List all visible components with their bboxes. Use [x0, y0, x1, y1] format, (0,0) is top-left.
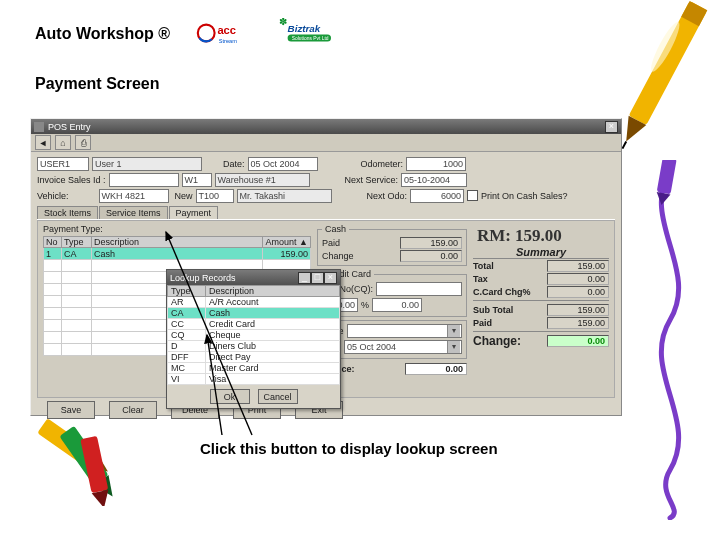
cash-change-field: 0.00 [400, 250, 462, 262]
lookup-row[interactable]: VIVisa [168, 374, 340, 385]
lookup-col-type[interactable]: Type [168, 286, 206, 297]
lookup-minimize-icon[interactable]: _ [298, 272, 311, 284]
lookup-row[interactable]: CACash [168, 308, 340, 319]
toolbar-print-icon[interactable]: ⎙ [75, 135, 91, 150]
lookup-row[interactable]: ARA/R Account [168, 297, 340, 308]
cell-amount: 159.00 [263, 248, 311, 260]
toolbar-house-icon[interactable]: ⌂ [55, 135, 71, 150]
percent-label: % [361, 300, 369, 310]
accstream-logo: accStream [195, 18, 265, 48]
crayon-decoration-top-right [610, 0, 720, 160]
sum-change: 0.00 [547, 335, 609, 347]
cc-charge-amt-field[interactable]: 0.00 [372, 298, 422, 312]
user-id-field[interactable]: USER1 [37, 157, 89, 171]
customer-field: Mr. Takashi [237, 189, 332, 203]
invoice-field[interactable] [109, 173, 179, 187]
tab-payment[interactable]: Payment [169, 206, 219, 219]
sum-tax: 0.00 [547, 273, 609, 285]
tab-service-items[interactable]: Service Items [99, 206, 168, 219]
lookup-ok-button[interactable]: Ok [210, 389, 250, 404]
pos-entry-window: POS Entry × ◄ ⌂ ⎙ USER1 User 1 Date: 05 … [30, 118, 622, 416]
lookup-cell-desc: Diners Club [206, 341, 340, 352]
cell-no: 1 [44, 248, 62, 260]
svg-text:acc: acc [217, 24, 236, 36]
lookup-row[interactable]: CQCheque [168, 330, 340, 341]
lookup-row[interactable]: DFFDirect Pay [168, 352, 340, 363]
sum-total-label: Total [473, 261, 494, 271]
sort-marker-icon: ▲ [299, 237, 308, 247]
save-button[interactable]: Save [47, 401, 95, 419]
biztrak-logo: ✽BiztrakSolutions Pvt Ltd [275, 18, 345, 48]
table-row[interactable]: 1 CA Cash 159.00 [44, 248, 311, 260]
odometer-field[interactable]: 1000 [406, 157, 466, 171]
lookup-cancel-button[interactable]: Cancel [258, 389, 298, 404]
col-no[interactable]: No [44, 237, 62, 248]
vehicle-field[interactable]: WKH 4821 [99, 189, 169, 203]
cell-desc: Cash [92, 248, 263, 260]
lookup-table[interactable]: Type Description ARA/R AccountCACashCCCr… [167, 285, 340, 385]
svg-text:Stream: Stream [219, 38, 237, 44]
lookup-row[interactable]: CCCredit Card [168, 319, 340, 330]
window-icon [34, 122, 44, 132]
lookup-row[interactable]: MCMaster Card [168, 363, 340, 374]
logo-pair: accStream ✽BiztrakSolutions Pvt Ltd [195, 18, 345, 48]
lookup-cell-desc: Direct Pay [206, 352, 340, 363]
vehicle-label: Vehicle: [37, 191, 69, 201]
payment-type-label: Payment Type: [43, 224, 103, 234]
nextodo-label: Next Odo: [367, 191, 408, 201]
lookup-cell-desc: Visa [206, 374, 340, 385]
lookup-close-icon[interactable]: × [324, 272, 337, 284]
nextodo-field[interactable]: 6000 [410, 189, 464, 203]
print-on-cash-checkbox[interactable] [467, 190, 478, 201]
acno-field[interactable] [376, 282, 462, 296]
crayon-decoration-right [630, 160, 710, 520]
window-toolbar: ◄ ⌂ ⎙ [31, 134, 621, 152]
lookup-cell-type: CA [168, 308, 206, 319]
cash-legend: Cash [322, 224, 349, 234]
close-icon[interactable]: × [605, 121, 618, 133]
user-name-field: User 1 [92, 157, 202, 171]
balance-field: 0.00 [405, 363, 467, 375]
new-label: New [175, 191, 193, 201]
warehouse-code-field[interactable]: W1 [182, 173, 212, 187]
window-titlebar: POS Entry × [31, 119, 621, 134]
svg-text:Solutions Pvt Ltd: Solutions Pvt Ltd [292, 36, 329, 41]
lookup-row[interactable]: DDiners Club [168, 341, 340, 352]
lookup-cell-type: CQ [168, 330, 206, 341]
lookup-cell-desc: Cheque [206, 330, 340, 341]
nextservice-field[interactable]: 05-10-2004 [401, 173, 467, 187]
sum-change-label: Change: [473, 334, 521, 348]
cheque-code-combo[interactable] [347, 324, 462, 338]
nextservice-label: Next Service: [345, 175, 399, 185]
svg-text:✽: ✽ [279, 18, 287, 27]
sum-cc: 0.00 [547, 286, 609, 298]
cheque-date-combo[interactable]: 05 Oct 2004 [344, 340, 462, 354]
clear-button[interactable]: Clear [109, 401, 157, 419]
change-label: Change [322, 251, 354, 261]
invoice-label: Invoice Sales Id : [37, 175, 106, 185]
cash-fieldset: Cash Paid159.00 Change0.00 [317, 224, 467, 266]
lookup-cell-type: D [168, 341, 206, 352]
lookup-window: Lookup Records _ □ × Type Description AR… [166, 269, 341, 409]
toolbar-back-icon[interactable]: ◄ [35, 135, 51, 150]
model-field[interactable]: T100 [196, 189, 234, 203]
col-type[interactable]: Type [62, 237, 92, 248]
cell-type: CA [62, 248, 92, 260]
col-amount[interactable]: Amount [266, 237, 297, 247]
lookup-cell-type: CC [168, 319, 206, 330]
window-title: POS Entry [48, 122, 91, 132]
lookup-maximize-icon[interactable]: □ [311, 272, 324, 284]
rm-value: 159.00 [515, 226, 562, 246]
col-description[interactable]: Description [92, 237, 263, 248]
rm-label: RM: [477, 226, 511, 246]
cash-paid-field[interactable]: 159.00 [400, 237, 462, 249]
lookup-cell-type: MC [168, 363, 206, 374]
sum-cc-label: C.Card Chg% [473, 287, 531, 297]
svg-text:Biztrak: Biztrak [288, 23, 321, 34]
lookup-cell-desc: Cash [206, 308, 340, 319]
date-field[interactable]: 05 Oct 2004 [248, 157, 318, 171]
lookup-cell-type: DFF [168, 352, 206, 363]
tab-stock-items[interactable]: Stock Items [37, 206, 98, 219]
lookup-col-desc[interactable]: Description [206, 286, 340, 297]
lookup-titlebar: Lookup Records _ □ × [167, 270, 340, 285]
